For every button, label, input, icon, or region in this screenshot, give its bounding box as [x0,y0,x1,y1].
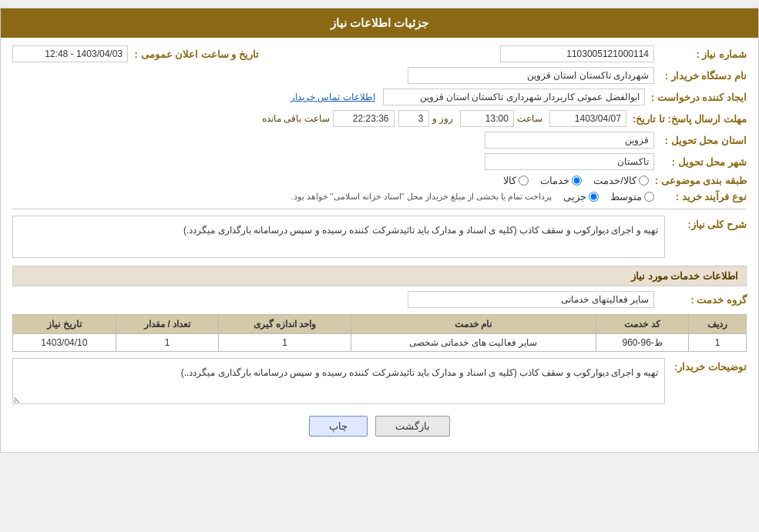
cell-tedad: 1 [116,334,219,352]
footer-buttons: بازگشت چاپ [12,416,747,437]
page-title: جزئیات اطلاعات نیاز [331,16,428,29]
print-button[interactable]: چاپ [309,416,368,437]
rooz-value: 3 [398,110,429,127]
ostan-tahvil-value: قزوین [485,132,654,149]
cell-nam: سایر فعالیت های خدماتی شخصی [351,334,596,352]
tarikh-eelan-label: تاریخ و ساعت اعلان عمومی : [128,49,259,60]
cell-kod: ط-96-960 [596,334,688,352]
shahr-tahvil-row: شهر محل تحویل : تاکستان [12,153,747,170]
cell-radif: 1 [689,334,747,352]
col-tarikh-niaz: تاریخ نیاز [13,315,116,334]
radio-motevaset[interactable]: متوسط [610,191,654,202]
shenare-niaz-row: شماره نیاز : 1103005121000114 تاریخ و سا… [12,45,747,62]
mohlat-row: مهلت ارسال پاسخ: تا تاریخ: 1403/04/07 سا… [12,110,747,127]
toseeh-label: توضیحات خریدار: [670,358,747,373]
sharh-koli-value: تهیه و اجرای دیوارکوب و سقف کاذب (کلیه ی… [12,216,665,258]
ijad-konande-label: ایجاد کننده درخواست : [645,92,747,103]
baqi-mande-label: ساعت باقی مانده [262,113,330,124]
ostan-tahvil-row: استان محل تحویل : قزوین [12,132,747,149]
goroh-khadamat-value: سایر فعالیتهای خدماتی [408,291,654,308]
saat-label: ساعت [517,113,542,124]
baqi-mande-value: 22:23:36 [333,110,395,127]
tabeband-radio-group: کالا/خدمت خدمات کالا [503,175,649,186]
farayand-radio-group: متوسط جزیی [563,191,654,202]
saat-value: 13:00 [460,110,514,127]
col-kod-khadamat: کد خدمت [596,315,688,334]
rooz-label: روز و [432,113,453,124]
tarikh-value: 1403/04/07 [549,110,626,127]
radio-jozi[interactable]: جزیی [563,191,599,202]
note-text: پرداخت تمام یا بخشی از مبلغ خریداز محل "… [291,192,552,202]
page-header: جزئیات اطلاعات نیاز [1,8,758,38]
toseeh-section: توضیحات خریدار: تهیه و اجرای دیوارکوب و … [12,358,747,404]
now-farayand-label: نوع فرآیند خرید : [654,191,747,202]
tarikh-eelan-value: 1403/04/03 - 12:48 [12,45,128,62]
sharh-koli-label: شرح کلی نیاز: [670,216,747,230]
radio-kala[interactable]: کالا [503,175,529,186]
nam-dastgah-row: نام دستگاه خریدار : شهرداری تاکستان استا… [12,67,747,84]
now-farayand-row: نوع فرآیند خرید : متوسط جزیی پرداخت تمام… [12,191,747,202]
mohlat-label: مهلت ارسال پاسخ: تا تاریخ: [626,113,747,125]
col-tedad: تعداد / مقدار [116,315,219,334]
col-vahed: واحد اندازه گیری [219,315,351,334]
goroh-khadamat-label: گروه خدمت : [654,294,747,306]
shenare-niaz-value: 1103005121000114 [500,45,654,62]
table-row: 1 ط-96-960 سایر فعالیت های خدماتی شخصی 1… [13,334,747,352]
etelaat-tamas-link[interactable]: اطلاعات تماس خریدار [291,92,375,102]
ostan-tahvil-label: استان محل تحویل : [654,135,747,146]
services-table: ردیف کد خدمت نام خدمت واحد اندازه گیری ت… [12,314,747,352]
toseeh-value: تهیه و اجرای دیوارکوب و سقف کاذب (کلیه ی… [12,358,665,404]
col-radif: ردیف [689,315,747,334]
radio-khadamat[interactable]: خدمات [540,175,582,186]
shahr-tahvil-label: شهر محل تحویل : [654,156,747,168]
tabeband-label: طبقه بندی موضوعی : [649,175,747,186]
sharh-koli-section: شرح کلی نیاز: تهیه و اجرای دیوارکوب و سق… [12,216,747,258]
tabeband-row: طبقه بندی موضوعی : کالا/خدمت خدمات کالا [12,175,747,186]
cell-vahed: 1 [219,334,351,352]
radio-kala-khadamat[interactable]: کالا/خدمت [593,175,649,186]
etelaat-section-title: اطلاعات خدمات مورد نیاز [12,266,747,286]
back-button[interactable]: بازگشت [375,416,450,437]
cell-tarikh: 1403/04/10 [13,334,116,352]
goroh-khadamat-row: گروه خدمت : سایر فعالیتهای خدماتی [12,291,747,308]
ijad-konande-value: ابوالفضل عموئی کاربردار شهرداری تاکستان … [383,89,645,105]
nam-dastgah-label: نام دستگاه خریدار : [654,70,747,82]
ijad-konande-row: ایجاد کننده درخواست : ابوالفضل عموئی کار… [12,89,747,105]
shahr-tahvil-value: تاکستان [485,153,654,170]
shenare-niaz-label: شماره نیاز : [654,49,747,60]
nam-dastgah-value: شهرداری تاکستان استان قزوین [408,67,654,84]
col-nam-khadamat: نام خدمت [351,315,596,334]
